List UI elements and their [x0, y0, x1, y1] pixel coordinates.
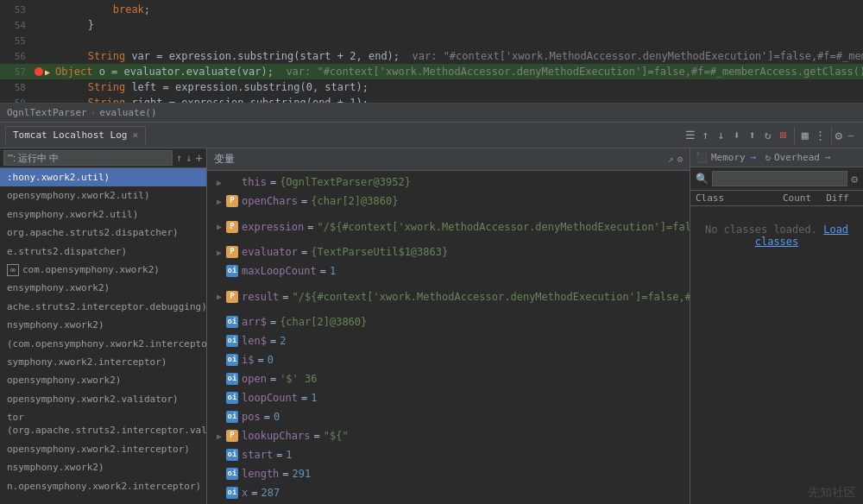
var-openChars[interactable]: ▶ P openChars = {char[2]@3860} [207, 192, 690, 211]
vars-expand-icon[interactable]: ↗ [668, 154, 674, 165]
code-line-54: 54 } [0, 17, 863, 33]
expand-icon[interactable]: ▶ [214, 292, 224, 302]
filter-add-icon[interactable]: + [196, 151, 203, 165]
var-type-icon: oi [226, 316, 238, 328]
var-type-icon: P [226, 195, 238, 207]
var-type-icon: P [226, 246, 238, 258]
frame-item[interactable]: opensymphony.xwork2.validator) [0, 390, 206, 408]
var-type-icon [226, 176, 238, 188]
code-line-53: 53 break; [0, 2, 863, 17]
no-classes-message: No classes loaded. Load classes [690, 206, 863, 265]
var-pos[interactable]: ▶ oi pos = 0 [207, 407, 690, 426]
memory-title: ⬛ [696, 152, 708, 163]
var-type-icon: P [226, 291, 238, 303]
frame-item[interactable]: ache.struts2.interceptor.debugging) [0, 298, 206, 316]
frame-item[interactable]: n.opensymphony.xwork2.interceptor) [0, 477, 206, 495]
code-line-58: 58 String left = expression.substring(0,… [0, 79, 863, 95]
var-type-icon: oi [226, 449, 238, 461]
var-arr[interactable]: ▶ oi arr$ = {char[2]@3860} [207, 312, 690, 331]
var-type-icon: oi [226, 487, 238, 499]
overhead-label: Overhead [774, 152, 820, 163]
var-maxLoopCount[interactable]: ▶ oi maxLoopCount = 1 [207, 261, 690, 280]
filter-down-icon[interactable]: ↓ [186, 152, 192, 164]
col-diff-header: Diff [817, 192, 858, 204]
frames-panel: ↑ ↓ + :hony.xwork2.util) opensymphony.xw… [0, 148, 207, 504]
up-arrow-icon[interactable]: ↑ [699, 129, 713, 142]
var-result[interactable]: ▶ P result = "/${#context['xwork.MethodA… [207, 280, 690, 312]
debug-dot [35, 67, 43, 76]
frame-item[interactable]: org.apache.struts2.dispatcher) [0, 224, 206, 242]
down-arrow-icon[interactable]: ↓ [715, 129, 728, 142]
tab-close-icon[interactable]: ✕ [132, 129, 138, 141]
frame-item[interactable]: opensymphony.xwork2) [0, 371, 206, 389]
breadcrumb: OgnlTextParser › evaluate() [0, 104, 863, 123]
refresh-icon[interactable]: ↻ [761, 129, 775, 142]
search-icon: 🔍 [696, 173, 709, 185]
tab-label: Tomcat Localhost Log [13, 129, 127, 141]
var-evaluator[interactable]: ▶ P evaluator = {TextParseUtil$1@3863} [207, 243, 690, 261]
code-line-55: 55 [0, 33, 863, 48]
memory-search-input[interactable] [712, 171, 847, 186]
code-lines: 53 break; 54 } 55 56 String var = expres… [0, 0, 863, 104]
memory-panel: ⬛ Memory → ↻ Overhead → 🔍 ⚙ Class Count … [690, 148, 863, 504]
var-open[interactable]: ▶ oi open = '$' 36 [207, 369, 690, 388]
tab-localhost-log[interactable]: Tomcat Localhost Log ✕ [5, 126, 146, 145]
frame-item[interactable]: opensymphony.xwork2.util) [0, 186, 206, 205]
export-icon[interactable]: ⬇ [730, 129, 744, 142]
var-type-icon: oi [226, 392, 238, 404]
stop-icon[interactable]: ⊠ [777, 129, 791, 142]
var-this[interactable]: ▶ this = {OgnlTextParser@3952} [207, 173, 690, 192]
frame-item[interactable]: ensymphony.xwork2.util) [0, 205, 206, 224]
settings-icon[interactable]: ⚙ [835, 129, 842, 142]
var-loopCount[interactable]: ▶ oi loopCount = 1 [207, 388, 690, 407]
frame-item[interactable]: ensymphony.xwork2) [0, 279, 206, 297]
frame-item[interactable]: (com.opensymphony.xwork2.interceptor) [0, 335, 206, 353]
expand-icon[interactable]: ▶ [214, 177, 224, 187]
debug-toolbar: Tomcat Localhost Log ✕ ☰ ↑ ↓ ⬇ ⬆ ↻ ⊠ ▦ ⋮… [0, 123, 863, 148]
import-icon[interactable]: ⬆ [746, 129, 759, 142]
var-type-icon: oi [226, 265, 238, 277]
minimize-icon[interactable]: — [844, 129, 858, 142]
frames-list: :hony.xwork2.util) opensymphony.xwork2.u… [0, 168, 206, 504]
memory-search: 🔍 ⚙ [690, 167, 863, 191]
vars-settings-icon[interactable]: ⚙ [677, 154, 683, 165]
expand-icon[interactable]: ▶ [214, 431, 224, 441]
list-icon[interactable]: ☰ [683, 129, 697, 142]
var-start[interactable]: ▶ oi start = 1 [207, 445, 690, 464]
frame-item[interactable]: symphony.xwork2.interceptor) [0, 353, 206, 371]
var-length[interactable]: ▶ oi length = 291 [207, 464, 690, 483]
frame-item[interactable]: e.struts2.dispatcher) [0, 243, 206, 261]
frame-item[interactable]: opensymphony.xwork2.interceptor) [0, 440, 206, 458]
expand-icon[interactable]: ▶ [214, 247, 224, 257]
memory-header: ⬛ Memory → ↻ Overhead → [690, 148, 863, 167]
var-type-icon: P [226, 221, 238, 233]
overhead-icon: ↻ [765, 152, 771, 163]
frames-filter-input[interactable] [3, 150, 173, 166]
variables-header: 变量 ↗ ⚙ [207, 148, 690, 171]
expand-icon[interactable]: ▶ [214, 222, 224, 232]
variables-panel: 变量 ↗ ⚙ ▶ this = {OgnlTextParser@3952} ▶ … [207, 148, 690, 504]
var-x[interactable]: ▶ oi x = 287 [207, 483, 690, 502]
memory-label: Memory [711, 152, 746, 163]
memory-settings-icon[interactable]: ⚙ [851, 173, 858, 186]
expand-icon[interactable]: ▶ [214, 196, 224, 206]
var-len[interactable]: ▶ oi len$ = 2 [207, 331, 690, 350]
table-icon[interactable]: ▦ [798, 129, 812, 142]
var-type-icon: oi [226, 354, 238, 366]
menu-icon[interactable]: ⋮ [814, 129, 828, 142]
memory-table-header: Class Count Diff [690, 191, 863, 206]
frame-item[interactable]: tor (org.apache.struts2.interceptor.vali… [0, 408, 206, 440]
filter-up-icon[interactable]: ↑ [176, 152, 182, 164]
frame-item[interactable]: nsymphony.xwork2) [0, 458, 206, 476]
frame-item[interactable]: :hony.xwork2.util) [0, 168, 206, 186]
frame-item[interactable]: ∞ com.opensymphony.xwork2) [0, 261, 206, 279]
var-type-icon: oi [226, 411, 238, 423]
var-expression[interactable]: ▶ P expression = "/${#context['xwork.Met… [207, 211, 690, 243]
col-class-header: Class [696, 192, 777, 204]
frame-item[interactable]: nsymphony.xwork2) [0, 316, 206, 334]
var-lookupChars[interactable]: ▶ P lookupChars = "${" [207, 426, 690, 445]
variables-title: 变量 [214, 152, 235, 167]
var-i[interactable]: ▶ oi i$ = 0 [207, 350, 690, 369]
code-line-57: 57 ▶ Object o = evaluator.evaluate(var);… [0, 64, 863, 79]
frames-filter: ↑ ↓ + [0, 148, 206, 168]
